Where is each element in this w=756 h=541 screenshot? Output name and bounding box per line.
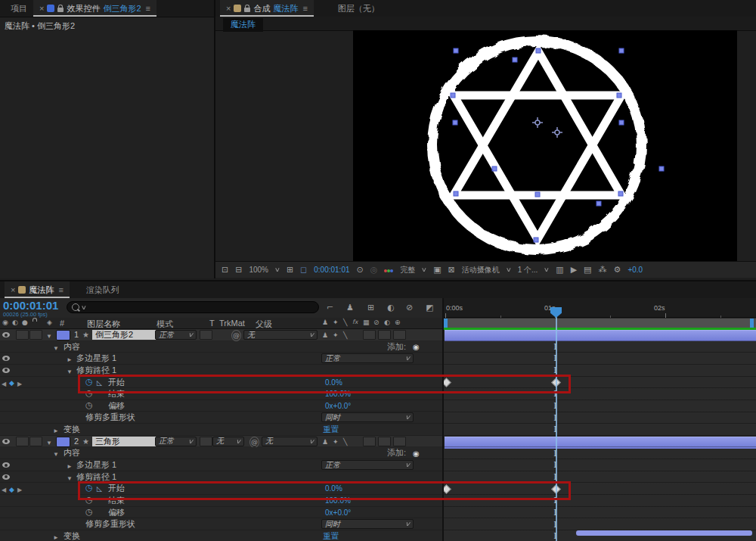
end-value[interactable]: 100.0% <box>325 389 351 399</box>
chevron-down-icon[interactable]: ∨ <box>274 266 280 273</box>
eye-icon[interactable] <box>2 332 10 337</box>
next-keyframe-icon[interactable]: ▶ <box>17 485 22 495</box>
graph-include-icon[interactable]: ◺ <box>97 378 102 388</box>
start-property-row[interactable]: ◀ ◆ ▶ ◷ ◺ 开始 0.0% <box>0 377 442 389</box>
tab-project[interactable]: 项目 <box>5 0 33 17</box>
panel-menu-icon[interactable]: ≡ <box>302 4 307 13</box>
transform-row[interactable]: ► 变换 重置 <box>0 530 442 541</box>
end-value[interactable]: 100.0% <box>325 496 351 505</box>
group-blend-dropdown[interactable]: 正常 ∨ <box>321 460 414 470</box>
work-area-bar[interactable] <box>444 319 756 328</box>
polystar-row[interactable]: ► 多边星形 1 正常 ∨ <box>0 353 442 365</box>
parent-dropdown[interactable]: 无 ∨ <box>262 437 318 446</box>
trkmat-box[interactable] <box>200 330 212 340</box>
trim-multiple-row[interactable]: 修剪多重形状 同时 ∨ <box>0 518 442 530</box>
shy-switch-icon[interactable]: ♟ <box>322 319 328 326</box>
exposure-gear-icon[interactable]: ⚙ <box>614 266 621 274</box>
collapse-toggle[interactable]: ✦ <box>333 437 339 447</box>
effects-switch-icon[interactable]: ▦ <box>363 319 370 326</box>
group-blend-dropdown[interactable]: 正常 ∨ <box>321 353 414 363</box>
tab-render-queue[interactable]: 渲染队列 <box>80 281 125 298</box>
magnification-value[interactable]: 100% <box>249 266 268 274</box>
collapse-toggle[interactable]: ✦ <box>333 331 339 340</box>
layer-row-1[interactable]: ▼ 1 ★ 倒三角形2 正常 ∨ @ 无 ∨ ♟ ✦ ╲ <box>0 329 442 341</box>
shy-layers-icon[interactable]: ♟ <box>346 303 354 312</box>
motion-blur-switch-icon[interactable]: ◐ <box>384 319 390 326</box>
trkmat-column-header[interactable]: TrkMat <box>219 319 245 328</box>
panel-menu-icon[interactable]: ≡ <box>146 4 150 13</box>
parent-pick-whip-icon[interactable]: @ <box>231 330 241 341</box>
composition-canvas[interactable] <box>353 30 737 261</box>
eye-icon[interactable] <box>2 368 10 373</box>
close-icon[interactable]: × <box>39 4 44 13</box>
trim-paths-row[interactable]: ▼ 修剪路径 1 <box>0 471 442 483</box>
trkmat-dropdown[interactable]: 无 ∨ <box>212 437 244 446</box>
eye-icon[interactable] <box>2 474 10 480</box>
expand-icon[interactable]: ▼ <box>53 344 59 353</box>
stopwatch-icon[interactable]: ◷ <box>85 400 93 410</box>
anchor-point-icons[interactable] <box>532 117 562 138</box>
flowchart-button-icon[interactable]: ⁂ <box>599 266 607 274</box>
quality-toggle[interactable]: ╲ <box>343 331 347 340</box>
tab-effect-controls[interactable]: × 效果控件 倒三角形2 ≡ <box>33 0 156 17</box>
quality-toggle[interactable]: ╲ <box>343 437 347 447</box>
region-of-interest-icon[interactable]: ▣ <box>433 266 441 274</box>
fast-preview-icon[interactable]: ▶ <box>571 266 577 274</box>
prev-keyframe-icon[interactable]: ◀ <box>2 379 6 389</box>
trim-multiple-row[interactable]: 修剪多重形状 同时 ∨ <box>0 412 442 424</box>
mask-visibility-icon[interactable]: ◻ <box>300 266 307 274</box>
preview-time[interactable]: 0:00:01:01 <box>314 266 349 274</box>
collapse-switch-icon[interactable]: ✦ <box>333 319 339 326</box>
start-property-row[interactable]: ◀ ◆ ▶ ◷ ◺ 开始 0.0% <box>0 483 442 495</box>
end-property-row[interactable]: ◷ 结束 100.0% <box>0 495 442 507</box>
timeline-button-icon[interactable]: ▤ <box>584 266 591 274</box>
add-property-icon[interactable]: ◉ <box>413 342 420 352</box>
graph-include-icon[interactable]: ◺ <box>97 484 102 494</box>
stopwatch-icon[interactable]: ◷ <box>85 507 93 517</box>
offset-value[interactable]: 0x+0.0° <box>325 401 351 411</box>
chevron-down-icon[interactable]: ∨ <box>506 266 512 273</box>
next-keyframe-icon[interactable]: ▶ <box>17 379 22 389</box>
panel-menu-icon[interactable]: ≡ <box>58 285 63 294</box>
stopwatch-icon[interactable]: ◷ <box>85 495 93 505</box>
playhead-line[interactable] <box>556 307 557 541</box>
index-column-header[interactable]: # <box>60 319 64 328</box>
trim-multiple-dropdown[interactable]: 同时 ∨ <box>321 519 414 529</box>
exposure-value[interactable]: +0.0 <box>627 266 643 274</box>
stopwatch-icon[interactable]: ◷ <box>85 483 93 493</box>
audio-column-icon[interactable]: ◐ <box>12 319 18 326</box>
expand-icon[interactable]: ► <box>53 426 59 436</box>
prev-keyframe-icon[interactable]: ◀ <box>2 485 6 495</box>
trim-paths-row[interactable]: ▼ 修剪路径 1 <box>0 365 442 377</box>
view-layout-value[interactable]: 1 个... <box>518 265 538 275</box>
keyframe-at-time-icon[interactable]: ◆ <box>9 485 14 495</box>
shy-toggle[interactable]: ♟ <box>322 437 328 447</box>
expand-icon[interactable]: ▼ <box>67 474 73 483</box>
close-icon[interactable]: × <box>11 285 15 294</box>
trkmat-box[interactable] <box>200 437 212 446</box>
tab-timeline-comp[interactable]: × 魔法阵 ≡ <box>5 281 70 298</box>
start-value[interactable]: 0.0% <box>325 483 342 493</box>
viewer-tab[interactable]: 魔法阵 <box>223 18 263 32</box>
offset-value[interactable]: 0x+0.0° <box>325 508 351 518</box>
always-preview-icon[interactable]: ⊡ <box>222 266 228 274</box>
resolution-value[interactable]: 完整 <box>400 265 415 275</box>
polystar-row[interactable]: ► 多边星形 1 正常 ∨ <box>0 459 442 471</box>
eye-icon[interactable] <box>2 356 10 361</box>
lock-icon[interactable] <box>57 8 64 12</box>
work-area-end-handle[interactable] <box>750 319 754 328</box>
frame-blend-switch-icon[interactable]: ⊘ <box>373 319 380 326</box>
work-area-start-handle[interactable] <box>444 319 448 328</box>
add-property-icon[interactable]: ◉ <box>413 449 420 459</box>
graph-editor-icon[interactable]: ◩ <box>426 303 433 312</box>
search-box[interactable]: ∨ <box>67 301 319 313</box>
primary-viewer-icon[interactable]: ⊟ <box>235 266 242 274</box>
threed-switch-icon[interactable]: ⊕ <box>395 319 401 326</box>
view-camera-value[interactable]: 活动摄像机 <box>462 265 500 275</box>
label-color-swatch[interactable] <box>56 330 70 340</box>
parent-pick-whip-icon[interactable]: @ <box>249 437 259 448</box>
mode-column-header[interactable]: 模式 <box>156 319 173 330</box>
blend-mode-dropdown[interactable]: 正常 ∨ <box>155 330 197 340</box>
show-channels-icon[interactable] <box>384 266 393 274</box>
current-time-display[interactable]: 0:00:01:01 <box>3 299 58 312</box>
